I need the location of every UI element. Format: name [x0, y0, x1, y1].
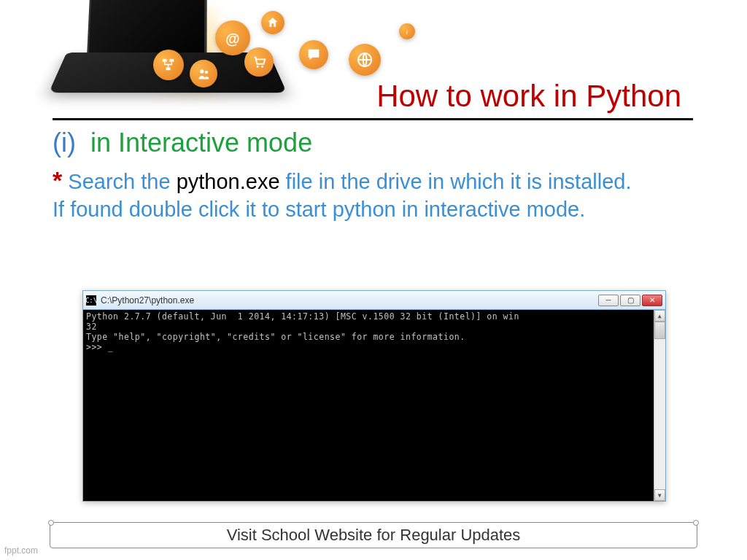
- content-area: (i) in Interactive mode * Search the pyt…: [53, 128, 694, 224]
- body-line-1c: file in the drive in which it is install…: [280, 170, 632, 193]
- maximize-button[interactable]: ▢: [620, 295, 640, 306]
- globe-icon: [349, 44, 381, 76]
- divider: [53, 118, 693, 120]
- people-icon: [190, 60, 217, 88]
- scroll-up-icon[interactable]: ▲: [654, 310, 665, 322]
- console-body: Python 2.7.7 (default, Jun 1 2014, 14:17…: [83, 310, 665, 501]
- svg-rect-1: [163, 59, 167, 62]
- minimize-button[interactable]: ─: [598, 295, 619, 306]
- console-output: Python 2.7.7 (default, Jun 1 2014, 14:17…: [86, 311, 519, 352]
- at-sign-icon: @: [215, 20, 250, 55]
- svg-point-4: [200, 69, 204, 73]
- subhead-text: in Interactive mode: [90, 128, 312, 158]
- body-line-1a: Search the: [68, 170, 176, 193]
- subheading: (i) in Interactive mode: [53, 128, 694, 158]
- subhead-number: (i): [53, 128, 76, 158]
- scrollbar[interactable]: ▲ ▼: [654, 310, 665, 501]
- cart-icon: [244, 47, 274, 77]
- footer-banner: Visit School Website for Regular Updates: [50, 522, 697, 548]
- svg-text:i: i: [406, 28, 408, 36]
- close-button[interactable]: ✕: [642, 295, 662, 306]
- slide-title: How to work in Python: [376, 79, 681, 114]
- body-line-1b: python.exe: [177, 170, 280, 193]
- svg-point-7: [261, 66, 263, 68]
- footer-text: Visit School Website for Regular Updates: [227, 526, 521, 545]
- svg-text:@: @: [225, 31, 239, 47]
- svg-point-6: [257, 66, 259, 68]
- bullet-asterisk: *: [53, 166, 62, 194]
- network-icon: [153, 50, 184, 80]
- info-icon: i: [399, 23, 415, 39]
- svg-rect-3: [166, 68, 171, 71]
- body-line-2: If found double click it to start python…: [53, 198, 585, 221]
- console-titlebar: C:\ C:\Python27\python.exe ─ ▢ ✕: [83, 291, 665, 310]
- watermark: fppt.com: [4, 545, 38, 556]
- chat-icon: [299, 40, 328, 69]
- scroll-down-icon[interactable]: ▼: [654, 489, 665, 501]
- svg-point-5: [204, 70, 207, 73]
- home-icon: [261, 11, 285, 34]
- console-window: C:\ C:\Python27\python.exe ─ ▢ ✕ Python …: [82, 290, 666, 502]
- laptop-icons-graphic: @ i: [44, 7, 292, 109]
- svg-rect-2: [170, 59, 174, 62]
- console-title: C:\Python27\python.exe: [101, 295, 194, 306]
- body-paragraph: * Search the python.exe file in the driv…: [53, 164, 694, 224]
- cmd-icon: C:\: [86, 295, 96, 306]
- scroll-thumb[interactable]: [654, 322, 665, 339]
